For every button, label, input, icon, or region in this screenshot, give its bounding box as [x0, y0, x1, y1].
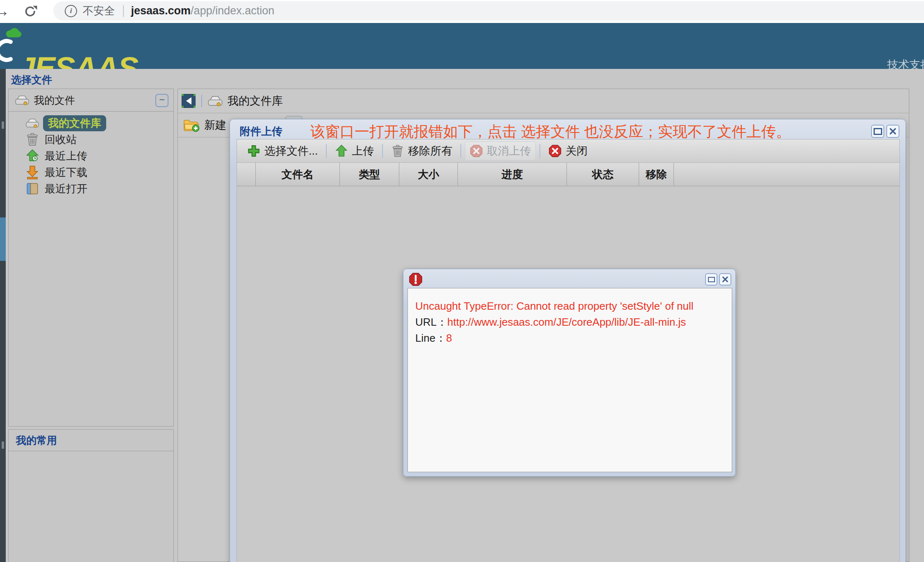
- app-header: JESAAS 技术支持: [0, 23, 924, 69]
- toolbar-separator: [382, 144, 383, 158]
- error-line-label: Line：: [415, 332, 446, 344]
- new-button-label: 新建: [204, 118, 226, 133]
- browser-toolbar: → i 不安全 jesaas.com/app/index.action: [0, 0, 924, 23]
- upload-dialog-toolbar: 选择文件... 上传 移除所有 取消上传: [237, 139, 900, 163]
- favorites-panel: 我的常用: [8, 429, 174, 562]
- omnibox-divider: [123, 5, 124, 17]
- back-button[interactable]: [182, 94, 196, 108]
- info-icon[interactable]: i: [65, 5, 77, 17]
- url-host[interactable]: jesaas.com: [131, 5, 191, 17]
- security-label[interactable]: 不安全: [83, 4, 115, 18]
- back-triangle-icon: [186, 97, 191, 105]
- tree-item-label: 最近打开: [45, 182, 87, 196]
- trash-icon: [391, 144, 405, 158]
- upload-arrow-icon: [25, 148, 40, 163]
- column-header-progress[interactable]: 进度: [458, 163, 567, 186]
- error-url-value: http://www.jesaas.com/JE/coreApp/lib/JE-…: [447, 316, 686, 328]
- column-header-filler: [674, 163, 899, 186]
- my-files-panel-title: 我的文件: [34, 94, 75, 107]
- forward-arrow-icon[interactable]: →: [0, 2, 10, 20]
- collapsed-panel-strip[interactable]: [0, 69, 6, 562]
- cancel-octagon-icon: [469, 144, 483, 158]
- favorites-panel-title: 我的常用: [16, 434, 57, 447]
- close-icon: [889, 128, 897, 135]
- upload-grid-header: 文件名 类型 大小 进度 状态 移除: [237, 163, 900, 186]
- my-files-panel-header[interactable]: 我的文件 −: [9, 89, 173, 112]
- close-icon: [722, 276, 728, 283]
- remove-all-button[interactable]: 移除所有: [387, 142, 457, 160]
- tree-item-label: 我的文件库: [48, 117, 101, 129]
- close-octagon-icon: [548, 144, 562, 158]
- upload-button[interactable]: 上传: [330, 142, 378, 160]
- reload-icon[interactable]: [23, 4, 38, 19]
- tree-item-recent-downloads[interactable]: 最近下载: [9, 164, 173, 180]
- error-line-number-line: Line：8: [415, 330, 724, 346]
- error-dialog: Uncaught TypeError: Cannot read property…: [403, 269, 736, 477]
- collapse-button[interactable]: −: [155, 94, 168, 107]
- sidebar-title: 选择文件: [11, 73, 52, 87]
- close-button[interactable]: [886, 125, 899, 138]
- error-maximize-button[interactable]: [705, 273, 717, 286]
- error-message: Uncaught TypeError: Cannot read property…: [415, 298, 724, 314]
- toolbar-separator: [326, 144, 327, 158]
- drive-icon: [14, 94, 30, 106]
- upload-arrow-icon: [335, 144, 348, 158]
- logo-swoosh-icon: [0, 38, 16, 63]
- error-url-line: URL：http://www.jesaas.com/JE/coreApp/lib…: [415, 314, 724, 330]
- logo-cloud-icon: [4, 26, 22, 38]
- choose-file-button[interactable]: 选择文件...: [243, 142, 322, 160]
- column-header-empty: [237, 163, 256, 186]
- strip-mark: [2, 441, 4, 449]
- remove-all-label: 移除所有: [408, 144, 453, 158]
- column-header-filename[interactable]: 文件名: [256, 163, 340, 186]
- tree-item-label: 回收站: [45, 133, 77, 147]
- maximize-button[interactable]: [871, 125, 884, 138]
- my-files-panel: 我的文件 − 我的文件库 回收站: [8, 89, 174, 427]
- tree-item-recent-uploads[interactable]: 最近上传: [9, 148, 173, 164]
- new-button[interactable]: 新建: [183, 118, 226, 133]
- choose-file-label: 选择文件...: [264, 144, 318, 158]
- strip-mark: [2, 121, 4, 129]
- error-octagon-icon: [408, 272, 423, 287]
- upload-label: 上传: [352, 144, 374, 158]
- cancel-upload-button[interactable]: 取消上传: [465, 142, 536, 160]
- close-dialog-label: 关闭: [566, 144, 588, 158]
- maximize-icon: [874, 128, 882, 135]
- strip-active-segment[interactable]: [0, 217, 6, 261]
- toolbar-separator: [539, 144, 540, 158]
- toolbar-separator: [460, 144, 461, 158]
- file-tree: 我的文件库 回收站 最近上传 最近下载: [9, 112, 173, 197]
- error-line-value: 8: [446, 332, 452, 344]
- new-folder-icon: [183, 118, 200, 133]
- url-path[interactable]: /app/index.action: [191, 5, 274, 17]
- column-header-size[interactable]: 大小: [399, 163, 458, 186]
- address-bar[interactable]: i 不安全 jesaas.com/app/index.action: [53, 1, 924, 21]
- column-header-status[interactable]: 状态: [567, 163, 639, 186]
- breadcrumb: 我的文件库: [228, 94, 283, 108]
- download-arrow-icon: [25, 165, 40, 180]
- tree-item-recycle-bin[interactable]: 回收站: [9, 131, 173, 148]
- error-message-panel: Uncaught TypeError: Cannot read property…: [407, 288, 732, 472]
- error-url-label: URL：: [415, 316, 447, 328]
- drive-icon: [25, 116, 40, 130]
- error-close-button[interactable]: [719, 273, 731, 286]
- breadcrumb-bar: 我的文件库: [178, 89, 909, 113]
- maximize-icon: [708, 277, 715, 282]
- close-dialog-button[interactable]: 关闭: [544, 142, 592, 160]
- drive-icon: [207, 94, 223, 107]
- breadcrumb-separator: [201, 95, 202, 107]
- recent-open-icon: [25, 181, 40, 196]
- column-header-type[interactable]: 类型: [340, 163, 399, 186]
- cancel-upload-label: 取消上传: [487, 144, 531, 158]
- tree-item-label: 最近上传: [45, 149, 87, 163]
- add-cross-icon: [247, 144, 261, 158]
- dialog-title: 附件上传: [240, 124, 282, 139]
- tree-item-my-library[interactable]: 我的文件库: [9, 115, 173, 131]
- tree-item-recent-opened[interactable]: 最近打开: [9, 180, 173, 197]
- tree-item-label: 最近下载: [45, 165, 87, 180]
- column-header-remove[interactable]: 移除: [639, 163, 674, 186]
- trash-icon: [25, 132, 40, 147]
- favorites-panel-header[interactable]: 我的常用: [9, 429, 173, 451]
